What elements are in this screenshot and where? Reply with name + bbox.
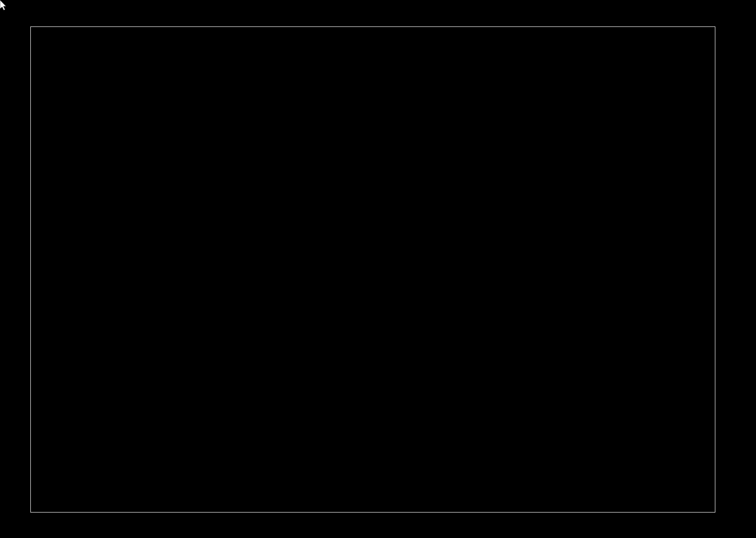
colorbar-gradient xyxy=(732,171,739,365)
spectrogram-canvas xyxy=(31,27,715,512)
y-axis-label xyxy=(4,196,17,343)
mouse-cursor xyxy=(0,0,8,12)
spectrogram-viewer xyxy=(0,0,756,538)
